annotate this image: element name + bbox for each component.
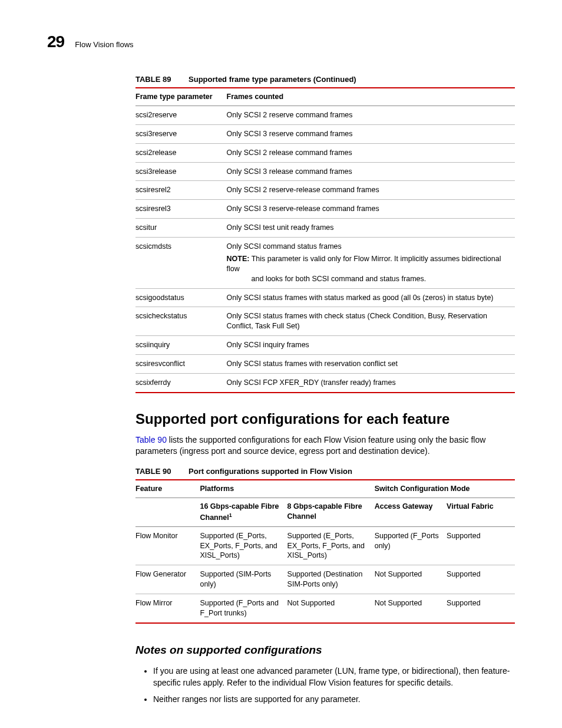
t90-hdr-feature: Feature: [135, 480, 200, 498]
xref-table90[interactable]: Table 90: [135, 435, 167, 444]
table-row: scsicmdsts Only SCSI command status fram…: [135, 238, 515, 289]
cell-vf: Supported: [447, 594, 515, 623]
cell-desc: Only SCSI 2 release command frames: [227, 143, 515, 162]
table90-title: Port configurations supported in Flow Vi…: [189, 467, 352, 476]
cell-param: scsiinquiry: [135, 336, 227, 355]
t90-sub-16g: 16 Gbps-capable Fibre Channel1: [200, 498, 287, 526]
cell-desc-text: Only SCSI command status frames: [227, 242, 342, 251]
table90-caption: TABLE 90 Port configurations supported i…: [135, 467, 515, 476]
table90-label: TABLE 90: [135, 467, 171, 476]
running-header: 29 Flow Vision flows: [47, 32, 515, 51]
table-row: Flow Generator Supported (SIM-Ports only…: [135, 565, 515, 594]
cell-desc: Only SCSI command status frames NOTE: Th…: [227, 238, 515, 289]
table-row: scsi3reserveOnly SCSI 3 reserve command …: [135, 124, 515, 143]
section-intro: Table 90 lists the supported configurati…: [135, 434, 515, 457]
table-row: scsi3releaseOnly SCSI 3 release command …: [135, 162, 515, 181]
cell-note: NOTE: This parameter is valid only for F…: [227, 254, 509, 284]
cell-desc: Only SCSI 3 reserve command frames: [227, 124, 515, 143]
table-row: scsixferrdyOnly SCSI FCP XFER_RDY (trans…: [135, 373, 515, 392]
cell-ag: Not Supported: [375, 594, 447, 623]
note-label: NOTE:: [227, 255, 250, 263]
table-row: scsiresvconflictOnly SCSI status frames …: [135, 355, 515, 374]
note-text: This parameter is valid only for Flow Mi…: [227, 255, 501, 273]
cell-vf: Supported: [447, 565, 515, 594]
table-row: scsiresrel2Only SCSI 2 reserve-release c…: [135, 181, 515, 200]
note-text-cont: and looks for both SCSI command and stat…: [227, 274, 509, 284]
cell-desc: Only SCSI inquiry frames: [227, 336, 515, 355]
list-item: If you are using at least one advanced p…: [153, 665, 515, 689]
breadcrumb: Flow Vision flows: [75, 40, 133, 49]
cell-feature: Flow Monitor: [135, 526, 200, 565]
cell-16g: Supported (E_Ports, EX_Ports, F_Ports, a…: [200, 526, 287, 565]
section-intro-text: lists the supported configurations for e…: [135, 435, 485, 456]
cell-desc: Only SCSI 3 reserve-release command fram…: [227, 200, 515, 219]
table-row: scsicheckstatusOnly SCSI status frames w…: [135, 307, 515, 336]
t90-sub-16g-text: 16 Gbps-capable Fibre Channel: [200, 502, 279, 522]
table-row: scsi2releaseOnly SCSI 2 release command …: [135, 143, 515, 162]
page: 29 Flow Vision flows TABLE 89 Supported …: [0, 0, 562, 728]
cell-param: scsiresrel3: [135, 200, 227, 219]
cell-8g: Not Supported: [287, 594, 375, 623]
footnote-marker: 1: [229, 512, 232, 518]
cell-param: scsitur: [135, 219, 227, 238]
t90-hdr-platforms: Platforms: [200, 480, 374, 498]
table-row: Flow Mirror Supported (F_Ports and F_Por…: [135, 594, 515, 623]
cell-param: scsiresvconflict: [135, 355, 227, 374]
t90-sub-8g: 8 Gbps-capable Fibre Channel: [287, 498, 375, 526]
table89-col-frames: Frames counted: [227, 88, 515, 106]
subsection-heading: Notes on supported configurations: [135, 644, 515, 657]
t90-sub-vf: Virtual Fabric: [447, 498, 515, 526]
list-item: Neither ranges nor lists are supported f…: [153, 693, 515, 705]
t90-hdr-switchmode: Switch Configuration Mode: [375, 480, 515, 498]
cell-desc: Only SCSI status frames with reservation…: [227, 355, 515, 374]
cell-param: scsicheckstatus: [135, 307, 227, 336]
cell-ag: Supported (F_Ports only): [375, 526, 447, 565]
cell-param: scsixferrdy: [135, 373, 227, 392]
cell-desc: Only SCSI status frames with check statu…: [227, 307, 515, 336]
cell-desc: Only SCSI test unit ready frames: [227, 219, 515, 238]
cell-param: scsigoodstatus: [135, 288, 227, 307]
table-row: scsi2reserveOnly SCSI 2 reserve command …: [135, 106, 515, 124]
table-row: scsiinquiryOnly SCSI inquiry frames: [135, 336, 515, 355]
cell-desc: Only SCSI status frames with status mark…: [227, 288, 515, 307]
table-row: scsiresrel3Only SCSI 3 reserve-release c…: [135, 200, 515, 219]
t90-sub-blank: [135, 498, 200, 526]
table89-title: Supported frame type parameters (Continu…: [189, 75, 356, 84]
cell-desc: Only SCSI 3 release command frames: [227, 162, 515, 181]
cell-param: scsicmdsts: [135, 238, 227, 289]
cell-param: scsi3release: [135, 162, 227, 181]
chapter-number: 29: [47, 32, 64, 51]
cell-ag: Not Supported: [375, 565, 447, 594]
table-row: scsiturOnly SCSI test unit ready frames: [135, 219, 515, 238]
cell-param: scsi2reserve: [135, 106, 227, 124]
cell-vf: Supported: [447, 526, 515, 565]
section-heading: Supported port configurations for each f…: [135, 411, 515, 427]
table89-label: TABLE 89: [135, 75, 171, 84]
cell-16g: Supported (F_Ports and F_Port trunks): [200, 594, 287, 623]
cell-param: scsi2release: [135, 143, 227, 162]
table89-caption: TABLE 89 Supported frame type parameters…: [135, 75, 515, 84]
cell-param: scsi3reserve: [135, 124, 227, 143]
cell-desc: Only SCSI 2 reserve-release command fram…: [227, 181, 515, 200]
cell-feature: Flow Mirror: [135, 594, 200, 623]
cell-8g: Supported (Destination SIM-Ports only): [287, 565, 375, 594]
t90-sub-ag: Access Gateway: [375, 498, 447, 526]
table90: Feature Platforms Switch Configuration M…: [135, 479, 515, 624]
cell-16g: Supported (SIM-Ports only): [200, 565, 287, 594]
cell-feature: Flow Generator: [135, 565, 200, 594]
table-row: Flow Monitor Supported (E_Ports, EX_Port…: [135, 526, 515, 565]
notes-list: If you are using at least one advanced p…: [135, 665, 515, 706]
table89: Frame type parameter Frames counted scsi…: [135, 87, 515, 393]
table-row: scsigoodstatusOnly SCSI status frames wi…: [135, 288, 515, 307]
cell-param: scsiresrel2: [135, 181, 227, 200]
table89-col-param: Frame type parameter: [135, 88, 227, 106]
cell-desc: Only SCSI 2 reserve command frames: [227, 106, 515, 124]
content-area: TABLE 89 Supported frame type parameters…: [135, 75, 515, 706]
cell-desc: Only SCSI FCP XFER_RDY (transfer ready) …: [227, 373, 515, 392]
cell-8g: Supported (E_Ports, EX_Ports, F_Ports, a…: [287, 526, 375, 565]
